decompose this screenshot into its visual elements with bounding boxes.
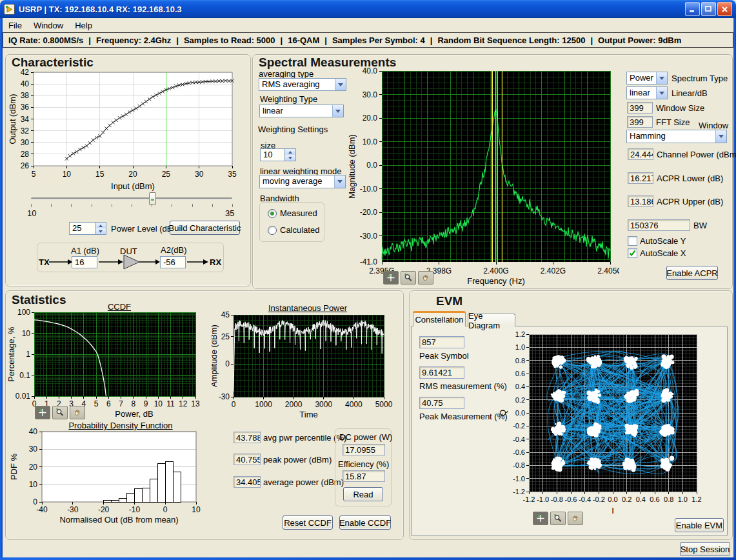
chevron-down-icon[interactable] xyxy=(332,105,343,117)
svg-text:PDF %: PDF % xyxy=(9,453,19,480)
pan-tool-button[interactable] xyxy=(418,271,433,285)
radio-label: Calculated xyxy=(280,225,319,235)
svg-text:8: 8 xyxy=(132,399,136,408)
tab-eye-diagram[interactable]: Eye Diagram xyxy=(468,314,515,326)
maximize-button[interactable] xyxy=(701,2,716,16)
status-segment: 16-QAM xyxy=(288,35,319,45)
a1-gain-field[interactable]: 16 xyxy=(72,256,97,268)
spectrum-graph[interactable]: 40.030.020.010.00.0-10.0-20.0-30.0-41.02… xyxy=(346,66,619,288)
svg-text:2.405G: 2.405G xyxy=(597,266,619,275)
minimize-button[interactable] xyxy=(685,2,700,16)
averaging-type-dropdown[interactable]: RMS averaging xyxy=(259,78,346,91)
window-size-field: 399 xyxy=(627,102,653,114)
power-level-slider-thumb[interactable] xyxy=(149,192,156,205)
crosshair-tool-button[interactable] xyxy=(383,271,399,285)
enable-ccdf-button[interactable]: Enable CCDF xyxy=(339,515,391,530)
read-button[interactable]: Read xyxy=(343,487,383,501)
ccdf-graph[interactable]: 1001010.10.01012345678910111213Power, dB… xyxy=(8,308,204,419)
svg-text:Frequency (Hz): Frequency (Hz) xyxy=(467,276,525,286)
enable-acpr-button[interactable]: Enable ACPR xyxy=(666,266,718,280)
linear-db-dropdown[interactable]: linear xyxy=(626,86,668,99)
svg-text:35: 35 xyxy=(228,170,237,179)
size-spinner[interactable]: 10 xyxy=(260,148,296,161)
stop-session-button[interactable]: Stop Session xyxy=(680,542,730,556)
ccdf-graph-tools xyxy=(35,406,85,419)
linear-db-label: Linear/dB xyxy=(671,88,708,98)
channel-power-field: 24.444 xyxy=(628,148,653,160)
svg-text:2.402G: 2.402G xyxy=(541,266,566,275)
slider-min-label: 10 xyxy=(27,208,36,218)
weighting-type-dropdown[interactable]: linear xyxy=(259,105,344,117)
svg-text:9: 9 xyxy=(144,399,148,408)
window-title: USRP | TX: 192.168.10.4 RX: 192.168.10.3 xyxy=(19,5,684,14)
window-edge-left xyxy=(0,18,3,560)
svg-text:36: 36 xyxy=(21,103,30,112)
zoom-tool-button[interactable] xyxy=(550,512,566,525)
menu-file[interactable]: File xyxy=(3,19,28,32)
autoscale-x-checkbox[interactable]: AutoScale X xyxy=(628,248,686,258)
spinner-down-icon[interactable] xyxy=(95,228,106,234)
radio-icon[interactable] xyxy=(268,226,277,235)
checkbox-icon[interactable] xyxy=(628,236,637,246)
svg-text:Output (dBm): Output (dBm) xyxy=(8,94,17,144)
instantaneous-power-graph[interactable]: 45250-30010002000300040005000TimeAmplitu… xyxy=(212,308,397,419)
close-button[interactable] xyxy=(717,2,732,16)
spinner-up-icon[interactable] xyxy=(95,223,106,228)
spinner-down-icon[interactable] xyxy=(285,155,295,161)
build-characteristic-button[interactable]: Build Characteristic xyxy=(170,221,240,235)
radio-calculated[interactable]: Calculated xyxy=(268,225,319,235)
checkbox-icon[interactable] xyxy=(628,248,637,258)
spectrum-type-dropdown[interactable]: Power xyxy=(626,72,668,85)
svg-text:20: 20 xyxy=(128,170,137,179)
autoscale-y-checkbox[interactable]: AutoScale Y xyxy=(628,236,686,246)
chevron-down-icon[interactable] xyxy=(656,72,667,84)
svg-text:11: 11 xyxy=(166,399,175,408)
zoom-tool-button[interactable] xyxy=(52,406,68,419)
slider-max-label: 35 xyxy=(225,208,234,218)
zoom-tool-button[interactable] xyxy=(401,271,416,285)
crosshair-tool-button[interactable] xyxy=(35,406,50,419)
radio-measured[interactable]: Measured xyxy=(268,208,317,218)
constellation-graph[interactable]: -1.2-1.2-1.0-1.0-0.8-0.8-0.6-0.6-0.4-0.4… xyxy=(498,326,713,520)
crosshair-tool-button[interactable] xyxy=(533,512,548,525)
status-separator: | xyxy=(176,35,179,45)
chevron-down-icon[interactable] xyxy=(656,87,667,99)
linear-weighting-mode-dropdown[interactable]: moving average xyxy=(259,175,346,188)
tab-constellation[interactable]: Constellation xyxy=(413,311,466,326)
power-level-slider-track[interactable] xyxy=(31,197,232,199)
svg-text:Percentage, %: Percentage, % xyxy=(8,326,16,382)
svg-text:30.0: 30.0 xyxy=(363,90,378,99)
power-level-spinner[interactable]: 25 xyxy=(69,222,106,235)
svg-text:10: 10 xyxy=(154,399,163,408)
enable-evm-button[interactable]: Enable EVM xyxy=(675,518,724,532)
window-label: Window xyxy=(699,121,728,130)
window-dropdown[interactable]: Hamming xyxy=(626,130,727,143)
menu-help[interactable]: Help xyxy=(69,19,98,32)
svg-text:0.6: 0.6 xyxy=(515,370,525,377)
window-edge-bottom xyxy=(0,557,736,560)
svg-text:-0.4: -0.4 xyxy=(579,495,591,503)
svg-text:30: 30 xyxy=(29,445,38,454)
chevron-down-icon[interactable] xyxy=(715,130,726,143)
pan-tool-button[interactable] xyxy=(70,406,85,419)
radio-icon[interactable] xyxy=(268,209,277,218)
chevron-down-icon[interactable] xyxy=(334,175,345,188)
svg-text:40: 40 xyxy=(29,428,38,436)
pan-tool-button[interactable] xyxy=(568,512,583,525)
constellation-graph-tools xyxy=(533,512,583,525)
reset-ccdf-button[interactable]: Reset CCDF xyxy=(283,515,333,530)
autoscale-x-label: AutoScale X xyxy=(640,248,686,258)
characteristic-graph[interactable]: 5101520253035262830323436384042Input (dB… xyxy=(8,67,239,196)
window-titlebar[interactable]: USRP | TX: 192.168.10.4 RX: 192.168.10.3 xyxy=(0,0,736,18)
svg-text:-30.0: -30.0 xyxy=(360,232,378,241)
power-level-value[interactable]: 25 xyxy=(69,222,95,235)
pdf-graph[interactable]: 010203040-40-30-20-10010Normalised Out (… xyxy=(9,428,205,526)
a2-gain-field[interactable]: -56 xyxy=(160,256,186,268)
svg-text:2.400G: 2.400G xyxy=(483,266,508,275)
spinner-up-icon[interactable] xyxy=(285,149,295,155)
svg-text:12: 12 xyxy=(179,399,188,408)
menu-window[interactable]: Window xyxy=(28,19,69,32)
chevron-down-icon[interactable] xyxy=(335,79,346,90)
fft-size-label: FFT Size xyxy=(656,117,690,127)
efficiency-field: 15.87 xyxy=(343,470,385,482)
